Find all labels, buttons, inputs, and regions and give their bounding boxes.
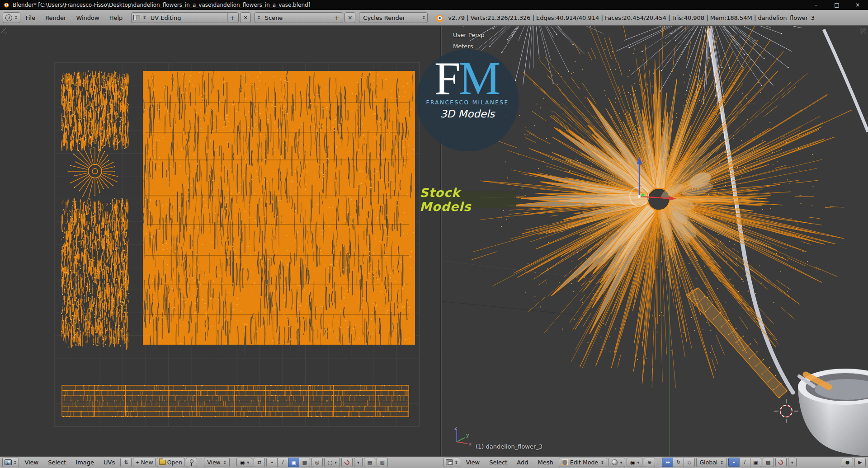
uv-select-vertex-button[interactable]: ∙ [266, 458, 278, 467]
render-slot-a-button[interactable]: ▤ [364, 458, 375, 467]
folder-icon [159, 460, 166, 465]
vp-menu-select[interactable]: Select [485, 459, 511, 466]
opengl-render-anim-button[interactable]: ▶ [854, 458, 866, 467]
viewport-header: ↕ View Select Add Mesh Edit Mode ↕ ▾ ◉ ▾… [441, 456, 868, 468]
uv-select-edge-button[interactable]: / [277, 458, 288, 467]
render-slot-b-button[interactable]: ▥ [377, 458, 388, 467]
updown-icon: ↕ [142, 15, 146, 20]
updown-icon: ↕ [13, 460, 17, 465]
occlude-geometry-toggle[interactable]: ▩ [763, 458, 774, 467]
pivot-icon: ◉ [630, 459, 635, 466]
magnet-icon [778, 459, 784, 465]
info-editor-icon: i [5, 14, 12, 21]
proportional-edit-dropdown[interactable]: ○ ▾ [324, 458, 340, 467]
mode-dropdown[interactable]: Edit Mode ↕ [559, 458, 608, 467]
uv-menu-view[interactable]: View [20, 459, 42, 466]
uv-select-mode-group: ∙ / ▣ ▩ [266, 458, 310, 467]
menu-help[interactable]: Help [104, 14, 128, 21]
opengl-render-button[interactable]: ● [842, 458, 853, 467]
display-channels-label: View [207, 459, 221, 466]
maximize-button[interactable]: □ [826, 0, 847, 10]
scene-name: Scene [263, 14, 330, 21]
scene-selector[interactable]: ↕ Scene + [255, 12, 343, 23]
dropdown-icon: ▾ [637, 460, 639, 465]
dropdown-icon: ▾ [335, 460, 337, 465]
uv-canvas[interactable] [0, 26, 441, 456]
menu-file[interactable]: File [20, 14, 40, 21]
image-browse-button[interactable]: ⇅ [120, 458, 132, 467]
layout-delete-button[interactable]: × [240, 12, 251, 23]
uv-editor-type-button[interactable]: ↕ [2, 458, 19, 467]
image-new-button[interactable]: + New [133, 458, 155, 467]
uv-menu-uvs[interactable]: UVs [99, 459, 119, 466]
uv-menu-select[interactable]: Select [44, 459, 70, 466]
pivot-align-toggle[interactable]: ⊕ [644, 458, 655, 467]
engine-name: Cycles Render [361, 14, 420, 21]
mini-axis-widget: zyx [449, 426, 473, 448]
open-button-label: Open [167, 459, 182, 466]
updown-icon: ↕ [223, 460, 226, 465]
mode-label: Edit Mode [570, 459, 598, 466]
area-corner-grip[interactable] [860, 28, 866, 34]
layout-add-button[interactable]: + [227, 13, 236, 22]
dropdown-icon: ▾ [620, 460, 622, 465]
shading-sphere-icon [612, 459, 618, 465]
uv-pivot-dropdown[interactable]: ◉ ▾ [236, 458, 252, 467]
viewport-editor-icon [446, 459, 453, 465]
new-button-label: New [141, 459, 153, 466]
window-title: Blender* [C:\Users\Francesco-Fisso\Deskt… [13, 2, 310, 8]
image-open-button[interactable]: Open [157, 458, 184, 467]
svg-text:z: z [454, 426, 457, 431]
badge-text: Stock Models [420, 186, 516, 214]
manipulator-scale-toggle[interactable]: ◇ [684, 458, 695, 467]
manipulator-translate-toggle[interactable]: ↔ [662, 458, 673, 467]
image-pin-button[interactable] [186, 458, 197, 467]
pin-icon [189, 459, 194, 466]
manipulator-group: ↔ ↻ ◇ [662, 458, 695, 467]
snap-target-dropdown[interactable]: ▾ [354, 458, 363, 467]
viewport-editor-type-button[interactable]: ↕ [443, 458, 460, 467]
screen-layout-selector[interactable]: ↕ UV Editing + [131, 12, 239, 23]
sync-uv-selection-toggle[interactable]: ⇄ [254, 458, 265, 467]
area-corner-grip[interactable] [1, 28, 7, 34]
blender-logo [434, 13, 443, 23]
scene-add-button[interactable]: + [332, 13, 341, 22]
magnet-icon [344, 459, 350, 465]
uv-menu-image[interactable]: Image [71, 459, 98, 466]
uv-select-face-button[interactable]: ▣ [288, 458, 299, 467]
uv-select-island-button[interactable]: ▩ [299, 458, 310, 467]
display-channels-dropdown[interactable]: View ↕ [204, 458, 230, 467]
menu-render[interactable]: Render [40, 14, 71, 21]
orientation-dropdown[interactable]: Global ↕ [696, 458, 726, 467]
svg-text:x: x [469, 441, 472, 447]
orientation-label: Global [699, 459, 717, 466]
active-object-label: (1) dandelion_flower_3 [476, 443, 542, 450]
viewport-shading-dropdown[interactable]: ▾ [609, 458, 625, 467]
render-engine-dropdown[interactable]: Cycles Render ↕ [359, 12, 428, 23]
updown-icon: ↕ [454, 460, 458, 465]
select-mode-vertex-button[interactable]: ∙ [728, 458, 740, 467]
snap-toggle-button[interactable] [775, 458, 787, 467]
editor-type-info-button[interactable]: i ↕ [3, 12, 20, 23]
vp-menu-mesh[interactable]: Mesh [534, 459, 557, 466]
snap-element-dropdown[interactable]: ▾ [788, 458, 797, 467]
watermark-badge: Stock Models [420, 191, 516, 208]
logo-letter-m: M [459, 59, 500, 97]
manipulator-rotate-toggle[interactable]: ↻ [673, 458, 684, 467]
dropdown-icon: ▾ [357, 460, 359, 465]
snap-toggle-button[interactable] [341, 458, 353, 467]
select-mode-face-button[interactable]: ▣ [750, 458, 761, 467]
minimize-button[interactable]: – [806, 0, 826, 10]
pivot-center-dropdown[interactable]: ◉ ▾ [627, 458, 642, 467]
scene-delete-button[interactable]: × [344, 12, 355, 23]
close-button[interactable]: × [847, 0, 868, 10]
dropdown-icon: ▾ [791, 460, 793, 465]
updown-icon: ↕ [257, 15, 260, 20]
screen-layout-icon [133, 15, 140, 20]
uv-editor-pane [0, 26, 441, 456]
sticky-selection-button[interactable]: ◎ [311, 458, 323, 467]
select-mode-edge-button[interactable]: / [739, 458, 750, 467]
vp-menu-view[interactable]: View [462, 459, 484, 466]
vp-menu-add[interactable]: Add [513, 459, 532, 466]
menu-window[interactable]: Window [71, 14, 104, 21]
